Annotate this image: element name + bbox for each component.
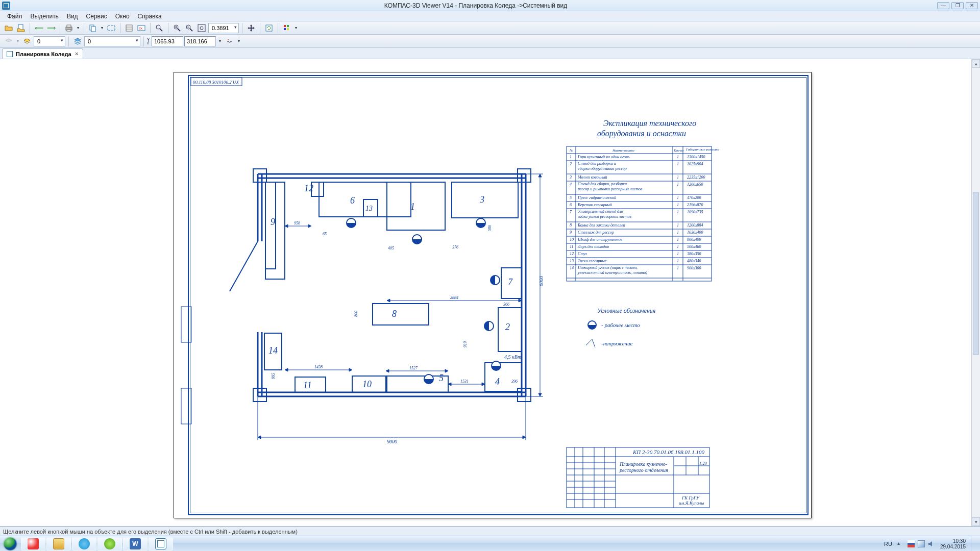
taskbar-app-word[interactable]: W <box>123 537 148 550</box>
menu-view[interactable]: Вид <box>63 12 82 21</box>
open-button[interactable] <box>3 22 14 34</box>
snap-dropdown[interactable]: ▾ <box>236 36 241 47</box>
svg-line-13 <box>160 29 162 31</box>
svg-rect-55 <box>485 363 522 391</box>
menu-file[interactable]: Файл <box>3 12 27 21</box>
taskbar-app-kompas[interactable] <box>149 537 173 550</box>
grid-dropdown[interactable]: ▾ <box>293 22 299 34</box>
layer-dropdown-1[interactable]: ▾ <box>15 36 20 47</box>
layer-right-dropdown[interactable]: 0 <box>84 36 140 46</box>
status-bar: Щелкните левой кнопкой мыши на объекте д… <box>0 527 980 536</box>
open-doc-button[interactable] <box>15 22 27 34</box>
svg-text:сборки оборудования рессор: сборки оборудования рессор <box>578 166 627 171</box>
snap-button[interactable] <box>224 36 235 47</box>
pan-button[interactable] <box>246 22 257 34</box>
grid-toggle-button[interactable] <box>281 22 292 34</box>
copy-dropdown[interactable]: ▾ <box>100 22 105 34</box>
zoom-window-button[interactable] <box>154 22 165 34</box>
zoom-value-dropdown[interactable]: 0.3891 <box>208 23 239 33</box>
taskbar-app-utorrent[interactable] <box>97 537 122 550</box>
svg-text:1200х650: 1200х650 <box>687 182 703 187</box>
taskbar-app-yandex[interactable] <box>21 537 45 550</box>
svg-text:1300х1450: 1300х1450 <box>687 155 705 159</box>
document-tab[interactable]: Планировка Коледа ✕ <box>2 48 83 59</box>
tray-clock[interactable]: 10:30 29.04.2015 <box>940 538 966 549</box>
tray-volume-icon[interactable] <box>928 540 935 547</box>
scroll-up-button[interactable]: ▴ <box>972 59 980 68</box>
close-button[interactable]: ✕ <box>966 2 978 9</box>
nav-back-button[interactable]: ⟸ <box>33 22 44 34</box>
zoom-out-button[interactable] <box>184 22 195 34</box>
variables-button[interactable]: fx <box>136 22 147 34</box>
svg-text:5: 5 <box>439 373 444 383</box>
vertical-scrollbar[interactable]: ▴ ▾ <box>971 59 980 526</box>
svg-rect-46 <box>181 307 191 342</box>
svg-text:405: 405 <box>388 246 394 251</box>
layer-button-1[interactable] <box>3 36 14 47</box>
svg-text:6: 6 <box>350 195 355 206</box>
start-button[interactable] <box>0 536 20 552</box>
tray-language[interactable]: RU <box>884 541 892 547</box>
svg-text:Шкаф для инструментов: Шкаф для инструментов <box>577 237 623 242</box>
svg-text:- рабочее место: - рабочее место <box>601 322 640 328</box>
svg-text:Стенд для сборки, разборки: Стенд для сборки, разборки <box>578 182 627 186</box>
coord-x-field[interactable]: 1065.93 <box>152 36 183 46</box>
zoom-in-button[interactable] <box>172 22 183 34</box>
svg-rect-42 <box>253 169 266 182</box>
menu-bar: Файл Выделить Вид Сервис Окно Справка <box>0 11 980 21</box>
svg-text:9: 9 <box>570 230 572 235</box>
taskbar-app-explorer[interactable] <box>46 537 71 550</box>
show-desktop-button[interactable] <box>971 536 976 552</box>
maximize-button[interactable]: ❐ <box>951 2 964 9</box>
menu-select[interactable]: Выделить <box>27 12 63 21</box>
svg-text:2: 2 <box>505 322 510 332</box>
tray-show-hidden-icon[interactable]: ▴ <box>897 540 904 547</box>
print-dropdown[interactable]: ▾ <box>76 22 81 34</box>
windows-taskbar: W RU ▴ 10:30 29.04.2015 <box>0 536 980 551</box>
toolbar-main: ⟸ ⟹ ▾ ▾ fx 0.3891 ▾ <box>0 21 980 35</box>
nav-forward-button[interactable]: ⟹ <box>45 22 57 34</box>
svg-point-12 <box>156 25 160 29</box>
zoom-fit-button[interactable] <box>196 22 207 34</box>
svg-text:1: 1 <box>677 162 679 166</box>
doc-tab-close-button[interactable]: ✕ <box>75 51 79 57</box>
scroll-thumb[interactable] <box>973 192 979 355</box>
svg-text:Стенд для разборки и: Стенд для разборки и <box>578 161 616 166</box>
coord-dropdown[interactable]: ▾ <box>217 36 223 47</box>
coord-y-field[interactable]: 318.166 <box>184 36 216 46</box>
svg-text:00.110.88 3010106.2 UX: 00.110.88 3010106.2 UX <box>193 80 239 85</box>
svg-text:Экспликация технического: Экспликация технического <box>603 119 696 128</box>
drawing-viewport[interactable]: 00.110.88 3010106.2 UX <box>0 59 980 527</box>
svg-text:586: 586 <box>487 225 492 231</box>
screenshot-button[interactable] <box>106 22 117 34</box>
menu-help[interactable]: Справка <box>134 12 166 21</box>
svg-text:11: 11 <box>303 380 312 390</box>
svg-text:919: 919 <box>463 341 468 347</box>
svg-rect-5 <box>91 27 95 32</box>
minimize-button[interactable]: — <box>937 2 949 9</box>
menu-service[interactable]: Сервис <box>82 12 111 21</box>
svg-text:12: 12 <box>570 252 574 256</box>
print-button[interactable] <box>63 22 75 34</box>
svg-rect-7 <box>126 25 132 31</box>
layer-left-dropdown[interactable]: 0 <box>34 36 65 46</box>
tray-network-icon[interactable] <box>918 540 925 547</box>
state-button[interactable] <box>21 36 33 47</box>
svg-text:1:20: 1:20 <box>699 461 707 466</box>
svg-text:13: 13 <box>365 205 373 212</box>
refresh-button[interactable] <box>263 22 275 34</box>
taskbar-app-skype[interactable] <box>72 537 96 550</box>
svg-text:1: 1 <box>677 155 679 159</box>
svg-rect-43 <box>518 169 531 182</box>
layers-button[interactable] <box>72 36 83 47</box>
svg-text:Тиски слесарные: Тиски слесарные <box>578 259 607 263</box>
copy-button[interactable] <box>87 22 99 34</box>
menu-window[interactable]: Окно <box>111 12 134 21</box>
tray-flag-icon[interactable] <box>908 540 915 547</box>
svg-text:470х200: 470х200 <box>687 195 701 200</box>
svg-text:Молот ковочный: Молот ковочный <box>577 175 607 180</box>
properties-button[interactable] <box>124 22 135 34</box>
svg-text:Универсальный стенд для: Универсальный стенд для <box>578 209 623 214</box>
svg-text:гибки ушков рессорных листов: гибки ушков рессорных листов <box>578 214 631 219</box>
scroll-down-button[interactable]: ▾ <box>972 517 980 526</box>
